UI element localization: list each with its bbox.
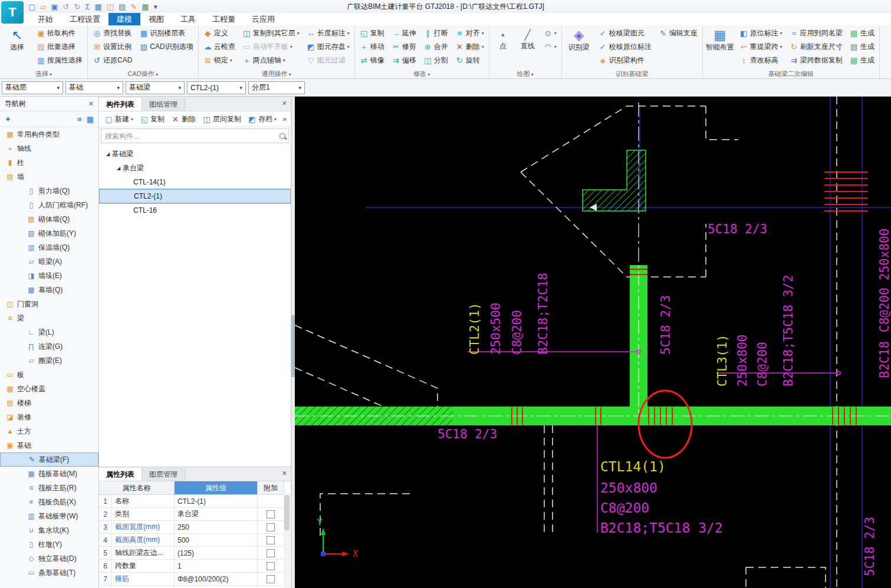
ribbon-button[interactable]: ↻旋转 — [452, 54, 487, 67]
menu-tab[interactable]: 工程量 — [204, 13, 244, 25]
sidebar-item[interactable]: ▦筏板基础(M) — [0, 467, 98, 481]
sidebar-item[interactable]: ▭条形基础(T) — [0, 566, 98, 580]
menu-tab[interactable]: 云应用 — [244, 13, 283, 25]
property-value[interactable]: 2 — [175, 586, 258, 588]
menu-tab[interactable]: 工具 — [172, 13, 204, 25]
ribbon-group-label[interactable]: 基础梁二次编辑 — [705, 69, 877, 78]
menu-tab[interactable]: 建模 — [109, 13, 140, 25]
search-input[interactable] — [101, 132, 277, 140]
ribbon-button[interactable]: ⊕合并 — [420, 40, 451, 54]
checkbox[interactable] — [267, 549, 275, 557]
ribbon-button[interactable]: ▥按属性选择 — [34, 54, 86, 67]
grid-icon[interactable]: ▦ — [142, 3, 149, 11]
ribbon-button[interactable]: ⇉梁跨数据复制 — [787, 54, 846, 67]
ribbon-button[interactable]: ▽图元过滤 — [304, 54, 353, 67]
checkbox[interactable] — [267, 523, 275, 531]
sidebar-item[interactable]: ▩幕墙(Q) — [0, 283, 98, 297]
tree-item[interactable]: CTL-16 — [99, 203, 291, 217]
close-icon[interactable]: ✕ — [282, 100, 287, 107]
tile-view-icon[interactable]: ▦ — [87, 115, 94, 124]
tree-item[interactable]: CTL-14(1) — [99, 175, 291, 189]
tab[interactable]: 图纸管理 — [142, 98, 185, 111]
tab[interactable]: 构件列表 — [99, 98, 142, 111]
scrollbar[interactable] — [284, 494, 290, 588]
ribbon-big-button[interactable]: ↖选择 — [2, 27, 32, 51]
ribbon-button[interactable]: ✓校核原位标注 — [596, 40, 655, 54]
ribbon-button[interactable]: →延伸 — [389, 27, 419, 40]
ribbon-button[interactable]: ◎查找替换 — [90, 27, 135, 40]
property-value[interactable]: 250 — [175, 521, 258, 533]
toolbar-button[interactable]: ◫层间复制 — [199, 113, 244, 125]
ribbon-medium-button[interactable]: •点 — [491, 27, 515, 50]
toolbar-button[interactable]: ◱复制 — [137, 113, 167, 125]
ribbon-button[interactable]: ☁云检查 — [200, 40, 238, 54]
sidebar-item[interactable]: ▥保温墙(Q) — [0, 240, 98, 255]
checkbox[interactable] — [267, 575, 275, 583]
ribbon-button[interactable]: ⊞设置比例 — [90, 40, 135, 54]
sidebar-item[interactable]: ＋轴线 — [0, 141, 98, 156]
ribbon-button[interactable]: ◆定义 — [200, 27, 238, 40]
sidebar-item[interactable]: ≠筏板负筋(X) — [0, 495, 98, 509]
tree-item[interactable]: ◢承台梁 — [99, 161, 291, 175]
ribbon-button[interactable]: ⊙▾ — [541, 27, 560, 40]
property-value[interactable]: Φ8@100/200(2) — [175, 573, 258, 585]
ribbon-group-label[interactable]: 通用操作 ▾ — [200, 69, 353, 78]
sidebar-item[interactable]: ▮柱 — [0, 156, 98, 170]
ribbon-button[interactable]: ▤生成 — [847, 27, 877, 40]
sidebar-item[interactable]: ▭板 — [0, 368, 98, 382]
sidebar-item[interactable]: ▤墙 — [0, 170, 98, 184]
sidebar-item[interactable]: ▯柱墩(Y) — [0, 537, 98, 551]
ribbon-group-label[interactable]: 修改 ▾ — [357, 69, 487, 78]
ribbon-button[interactable]: ▤批量选择 — [34, 40, 86, 54]
tab[interactable]: 图层管理 — [142, 468, 185, 481]
ribbon-button[interactable]: ◱复制 — [357, 27, 387, 40]
ribbon-button[interactable]: ◧原位标注▾ — [737, 27, 785, 40]
ribbon-group-label[interactable]: 选择 ▾ — [2, 69, 86, 78]
ribbon-big-button[interactable]: ◈识别梁 — [564, 27, 594, 51]
sidebar-item[interactable]: ◇独立基础(D) — [0, 551, 98, 566]
property-value[interactable]: 1 — [175, 560, 258, 572]
search-icon[interactable] — [277, 133, 288, 139]
ribbon-big-button[interactable]: ▦智能布置 — [705, 27, 735, 51]
sidebar-item[interactable]: ▯人防门框墙(RF) — [0, 198, 98, 212]
ribbon-button[interactable]: ✕删除▾ — [452, 40, 487, 54]
tab[interactable]: 属性列表 — [99, 468, 142, 481]
ribbon-button[interactable]: ≡对齐▾ — [452, 27, 487, 40]
sidebar-item[interactable]: ▤砌体墙(Q) — [0, 212, 98, 226]
sidebar-item[interactable]: ▯剪力墙(Q) — [0, 184, 98, 198]
sidebar-item[interactable]: ∪集水坑(K) — [0, 523, 98, 537]
app-logo[interactable]: T — [1, 1, 24, 24]
ribbon-button[interactable]: ↔长度标注▾ — [304, 27, 353, 40]
sidebar-item[interactable]: ◫门窗洞 — [0, 297, 98, 311]
ribbon-button[interactable]: ↺还原CAD — [90, 54, 135, 67]
close-icon[interactable]: ✕ — [88, 100, 94, 108]
element-selector[interactable]: 分层1▾ — [248, 81, 305, 94]
close-icon[interactable]: ✕ — [282, 470, 287, 477]
ribbon-button[interactable]: ▤生成 — [847, 40, 877, 54]
sidebar-item[interactable]: ▲土方 — [0, 424, 98, 438]
foundation-beam-vertical[interactable] — [630, 265, 647, 407]
sum-icon[interactable]: Σ — [85, 3, 90, 11]
sidebar-item[interactable]: ≡筏板主筋(R) — [0, 481, 98, 495]
ribbon-button[interactable]: ↩重提梁跨▾ — [737, 40, 785, 54]
ribbon-button[interactable]: ◩图元存盘▾ — [304, 40, 353, 54]
sidebar-item[interactable]: ◪装修 — [0, 410, 98, 424]
ribbon-medium-button[interactable]: ╱直线 — [516, 27, 540, 50]
ribbon-button[interactable]: ＋移动 — [357, 40, 387, 54]
checkbox[interactable] — [267, 562, 275, 570]
property-value[interactable]: CTL2-(1) — [175, 495, 258, 507]
drawing-area[interactable]: CTL2(1)250x500C8@200B2C18;T2C185C18 2/35… — [295, 97, 891, 588]
checkbox[interactable] — [267, 510, 275, 518]
scrollbar-thumb[interactable] — [284, 495, 290, 530]
save-icon[interactable]: ▣ — [51, 3, 58, 11]
pin-icon[interactable]: ✦ — [5, 115, 11, 124]
sidebar-item[interactable]: ▱暗梁(A) — [0, 255, 98, 269]
undo-icon[interactable]: ↺ — [63, 3, 70, 11]
tree-item[interactable]: ◢基础梁 — [99, 147, 291, 161]
pen-icon[interactable]: ✎ — [130, 3, 137, 11]
element-selector[interactable]: 基础梁▾ — [126, 81, 185, 94]
sidebar-item[interactable]: ◨墙垛(E) — [0, 269, 98, 283]
sidebar-item[interactable]: ✎基础梁(F) — [0, 452, 98, 467]
ribbon-button[interactable]: ▦识别楼层表 — [136, 27, 196, 40]
expander-icon[interactable]: ◢ — [104, 151, 112, 157]
